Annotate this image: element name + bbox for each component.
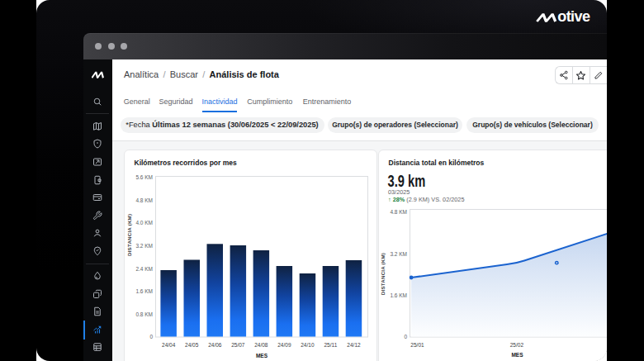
svg-text:MES: MES (511, 352, 523, 358)
svg-text:DISTANCIA (KM): DISTANCIA (KM) (126, 214, 132, 256)
svg-text:03/2025: 03/2025 (388, 188, 410, 196)
svg-text:25/07: 25/07 (231, 342, 245, 348)
svg-text:25/01: 25/01 (410, 342, 424, 348)
svg-text:3.2 KM: 3.2 KM (135, 243, 153, 249)
svg-text:24/12: 24/12 (347, 342, 361, 348)
svg-text:24/04: 24/04 (162, 342, 176, 348)
svg-text:Distancia total en kilómetros: Distancia total en kilómetros (388, 159, 484, 167)
svg-text:0.8 KM: 0.8 KM (135, 311, 153, 317)
svg-text:1.6 KM: 1.6 KM (390, 292, 407, 298)
svg-text:25/11: 25/11 (324, 342, 337, 348)
svg-text:Kilómetros recorridos por mes: Kilómetros recorridos por mes (134, 159, 237, 167)
svg-text:24/10: 24/10 (301, 342, 315, 348)
svg-text:1.6 KM: 1.6 KM (135, 288, 153, 294)
svg-text:MES: MES (255, 353, 268, 359)
svg-text:otive: otive (557, 8, 590, 25)
svg-text:DISTANCIA (KM): DISTANCIA (KM) (379, 253, 385, 295)
svg-text:↑ 28% (2.9 KM) VS. 02/2025: ↑ 28% (2.9 KM) VS. 02/2025 (388, 196, 464, 203)
svg-text:24/09: 24/09 (277, 342, 291, 348)
svg-text:4.8 KM: 4.8 KM (390, 209, 407, 215)
svg-text:4.0 KM: 4.0 KM (135, 220, 153, 226)
svg-text:4.8 KM: 4.8 KM (135, 197, 153, 203)
svg-text:3.2 KM: 3.2 KM (390, 251, 407, 257)
svg-text:25/02: 25/02 (509, 342, 523, 348)
svg-text:0: 0 (404, 334, 407, 340)
svg-text:0: 0 (149, 334, 153, 340)
svg-text:24/06: 24/06 (208, 342, 222, 348)
svg-text:2.4 KM: 2.4 KM (135, 266, 153, 272)
svg-text:5.6 KM: 5.6 KM (135, 174, 153, 180)
svg-text:24/05: 24/05 (185, 342, 199, 348)
svg-text:24/08: 24/08 (254, 342, 268, 348)
